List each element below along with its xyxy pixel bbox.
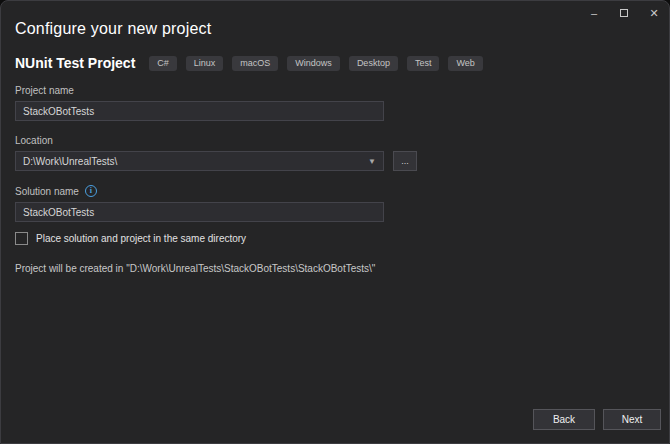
dialog-title: Configure your new project: [15, 20, 211, 38]
close-button[interactable]: ✕: [639, 1, 669, 25]
template-tag: Linux: [186, 56, 224, 71]
window-controls: – ✕: [579, 1, 669, 25]
template-name: NUnit Test Project: [15, 55, 135, 71]
project-name-field: Project name: [15, 85, 655, 121]
minimize-icon: –: [591, 7, 597, 19]
next-button[interactable]: Next: [603, 409, 661, 430]
location-row: D:\Work\UnrealTests\ ▼ ...: [15, 151, 655, 171]
next-button-label: Next: [622, 414, 643, 425]
template-tag: Test: [407, 56, 440, 71]
same-directory-label: Place solution and project in the same d…: [36, 233, 246, 244]
template-heading-row: NUnit Test Project C#LinuxmacOSWindowsDe…: [15, 55, 655, 71]
back-button[interactable]: Back: [533, 409, 595, 430]
maximize-button[interactable]: [609, 1, 639, 25]
solution-name-field: Solution name i: [15, 185, 655, 222]
same-directory-row: Place solution and project in the same d…: [15, 232, 655, 245]
template-tags: C#LinuxmacOSWindowsDesktopTestWeb: [149, 56, 482, 71]
solution-name-label-row: Solution name i: [15, 185, 655, 197]
configure-project-dialog: Configure your new project – ✕ NUnit Tes…: [0, 0, 670, 444]
location-label: Location: [15, 135, 655, 146]
location-value: D:\Work\UnrealTests\: [16, 156, 368, 167]
title-bar: Configure your new project – ✕: [1, 1, 669, 45]
template-tag: C#: [149, 56, 177, 71]
template-tag: Windows: [287, 56, 340, 71]
minimize-button[interactable]: –: [579, 1, 609, 25]
maximize-icon: [620, 9, 628, 17]
browse-button-label: ...: [401, 157, 409, 166]
chevron-down-icon: ▼: [368, 157, 383, 166]
project-name-label: Project name: [15, 85, 655, 96]
back-button-label: Back: [553, 414, 575, 425]
template-tag: Web: [448, 56, 482, 71]
project-path-summary: Project will be created in "D:\Work\Unre…: [15, 263, 655, 274]
same-directory-checkbox[interactable]: [15, 232, 28, 245]
info-icon[interactable]: i: [85, 185, 97, 197]
close-icon: ✕: [649, 7, 658, 20]
footer-buttons: Back Next: [533, 409, 661, 430]
solution-name-input[interactable]: [15, 202, 384, 222]
template-tag: macOS: [232, 56, 278, 71]
template-tag: Desktop: [349, 56, 398, 71]
browse-button[interactable]: ...: [393, 151, 417, 171]
project-name-input[interactable]: [15, 101, 384, 121]
solution-name-label: Solution name: [15, 186, 79, 197]
dialog-content: NUnit Test Project C#LinuxmacOSWindowsDe…: [1, 55, 669, 274]
location-combobox[interactable]: D:\Work\UnrealTests\ ▼: [15, 151, 384, 171]
location-field: Location D:\Work\UnrealTests\ ▼ ...: [15, 135, 655, 171]
